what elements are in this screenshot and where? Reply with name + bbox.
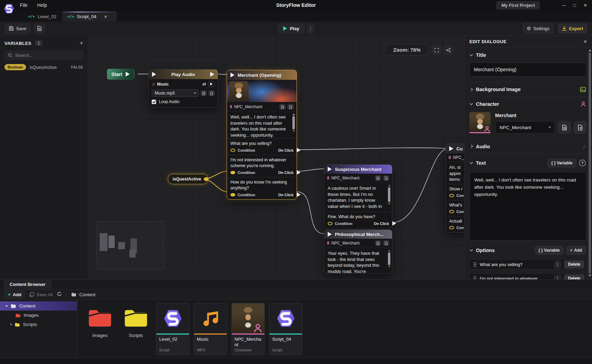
auto-layout-button[interactable]: [444, 46, 453, 54]
script-inspect-button[interactable]: [34, 24, 45, 34]
node-graph-canvas[interactable]: Start Play Audio ♫ Music ⇄: [88, 36, 464, 279]
assign-asset-button[interactable]: [383, 175, 389, 181]
view-asset-button[interactable]: [558, 121, 571, 134]
maximize-icon[interactable]: □: [573, 3, 576, 8]
asset-card-script-04[interactable]: Script_04 Script: [269, 303, 302, 355]
insert-variable-button[interactable]: { } Variable: [535, 246, 564, 255]
close-tab-icon[interactable]: ✕: [104, 14, 108, 19]
section-background-image[interactable]: Background Image: [469, 82, 587, 97]
node-start[interactable]: Start: [107, 69, 134, 79]
output-port[interactable]: [210, 72, 214, 77]
audio-file-select[interactable]: Music.mp3: [152, 89, 199, 97]
add-asset-button[interactable]: + Add: [4, 290, 25, 299]
dialogue-option[interactable]: Actuall Con: [446, 216, 464, 232]
on-click-port[interactable]: On Click: [278, 192, 294, 197]
tree-item-content[interactable]: Content: [0, 301, 77, 311]
menu-help[interactable]: Help: [37, 2, 47, 8]
panel-scrollbar[interactable]: [588, 49, 591, 277]
minimize-icon[interactable]: ─: [563, 3, 566, 8]
insert-variable-button[interactable]: { } Variable: [547, 159, 576, 167]
dialogue-text-input[interactable]: Well, well... I don't often see traveler…: [469, 172, 587, 240]
repeat-icon[interactable]: ⇄: [202, 81, 206, 87]
add-option-button[interactable]: + Add: [566, 246, 586, 255]
dialogue-option[interactable]: Fine. What do you have? Condition On Cli…: [324, 212, 392, 228]
drag-handle-icon[interactable]: [473, 276, 477, 279]
section-text[interactable]: Text { } Variable ?: [469, 154, 587, 172]
delete-option-button[interactable]: Delete: [564, 274, 584, 279]
save-all-button[interactable]: Save All: [29, 292, 52, 297]
dialogue-option[interactable]: How do you know I'm seeking anything? Co…: [227, 177, 297, 199]
output-port[interactable]: [204, 177, 209, 181]
condition-pin[interactable]: [328, 222, 332, 225]
condition-pin[interactable]: [449, 210, 454, 213]
preview-audio-button[interactable]: [208, 81, 215, 87]
text-scrollbar[interactable]: [388, 250, 391, 272]
assign-asset-button[interactable]: [288, 104, 294, 110]
text-scrollbar[interactable]: [292, 113, 295, 137]
on-click-port[interactable]: On Click: [374, 221, 389, 226]
chevron-right-icon[interactable]: [10, 323, 12, 326]
tree-item-scripts[interactable]: Scripts: [0, 320, 77, 329]
minimap[interactable]: [97, 221, 164, 269]
breadcrumb[interactable]: Content: [71, 292, 95, 297]
menu-file[interactable]: File: [20, 2, 28, 8]
node-play-audio[interactable]: Play Audio ♫ Music ⇄ Music.mp3: [148, 69, 218, 108]
tab-level-02[interactable]: </> Level_02: [23, 12, 62, 22]
asset-card-level-02[interactable]: Level_02 Script: [156, 303, 189, 355]
assign-asset-button[interactable]: [383, 240, 389, 246]
drag-handle-icon[interactable]: [473, 262, 477, 267]
input-port[interactable]: [328, 232, 332, 237]
input-port[interactable]: [230, 73, 235, 77]
save-button[interactable]: Save: [5, 24, 30, 34]
asset-card-npc-merchant[interactable]: NPC_Merchant Character: [231, 303, 265, 355]
assign-asset-button[interactable]: [574, 121, 587, 134]
output-port[interactable]: [126, 72, 130, 77]
option-text-input[interactable]: I'm not interested in whatever: [480, 276, 551, 280]
character-select[interactable]: NPC_Merchant: [495, 121, 555, 134]
loop-audio-checkbox[interactable]: [152, 100, 156, 104]
dialogue-option[interactable]: I'm not interested in whatever scheme yo…: [227, 155, 297, 177]
assign-asset-button[interactable]: [209, 90, 215, 96]
node-clipped-right[interactable]: Cu 8 NPC_ Ah, st appre items Show r Con: [445, 143, 464, 233]
input-port[interactable]: [328, 167, 332, 172]
text-scrollbar[interactable]: [388, 185, 391, 210]
view-asset-button[interactable]: [375, 240, 381, 246]
condition-pin[interactable]: [230, 171, 235, 174]
fit-view-button[interactable]: [432, 46, 441, 54]
title-input[interactable]: Merchant (Opening): [469, 62, 587, 77]
delete-option-button[interactable]: Delete: [564, 260, 584, 268]
view-asset-button[interactable]: [279, 104, 286, 110]
section-audio[interactable]: Audio ♫: [469, 139, 587, 154]
refresh-button[interactable]: [57, 291, 62, 298]
node-suspicious-merchant[interactable]: Suspicious Merchant 8 NPC_Merchant A cau…: [324, 164, 392, 228]
folder-images[interactable]: Images: [84, 309, 116, 338]
condition-pin[interactable]: [230, 149, 235, 152]
input-port[interactable]: [449, 146, 453, 151]
variables-search-input[interactable]: Search...: [4, 51, 83, 60]
option-text-input[interactable]: What are you selling?: [480, 262, 551, 267]
view-asset-button[interactable]: [375, 175, 381, 181]
condition-pin[interactable]: [449, 226, 454, 229]
close-panel-icon[interactable]: ✕: [583, 39, 587, 44]
input-port[interactable]: [152, 72, 156, 77]
section-options[interactable]: Options { } Variable + Add: [469, 243, 587, 259]
tree-item-images[interactable]: Images: [0, 311, 77, 320]
asset-card-music[interactable]: Music MP3: [194, 303, 227, 355]
dialogue-option[interactable]: What are you selling? Condition On Click: [227, 138, 297, 155]
section-title[interactable]: Title: [469, 48, 587, 62]
tab-script-04[interactable]: </> Script_04 ✕: [62, 12, 117, 22]
on-click-port[interactable]: On Click: [278, 148, 294, 152]
node-merchant-opening[interactable]: Merchant (Opening) 8 NPC_Merchant: [227, 70, 297, 200]
on-click-port[interactable]: On Click: [278, 170, 294, 175]
play-options-button[interactable]: ⋮: [307, 24, 314, 34]
folder-scripts[interactable]: Scripts: [120, 309, 152, 338]
chevron-down-icon[interactable]: [5, 304, 8, 306]
play-button[interactable]: Play: [278, 24, 305, 34]
settings-button[interactable]: ⚙ Settings: [522, 23, 554, 34]
export-button[interactable]: Export: [558, 23, 587, 34]
content-browser-tab[interactable]: Content Browser: [3, 280, 52, 289]
help-icon[interactable]: ?: [579, 160, 586, 166]
view-asset-button[interactable]: [201, 90, 207, 96]
add-variable-button[interactable]: +: [80, 40, 83, 47]
condition-pin[interactable]: [449, 194, 454, 197]
